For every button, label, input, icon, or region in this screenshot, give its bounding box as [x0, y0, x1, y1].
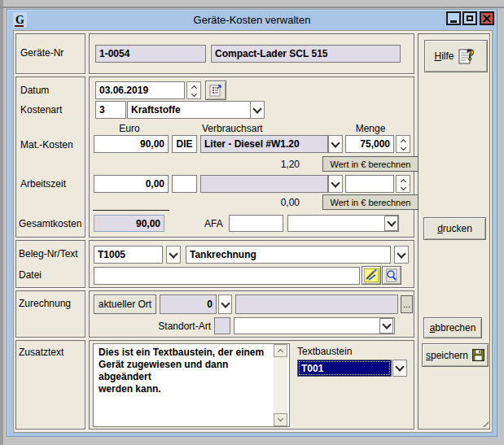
outer-edge — [0, 0, 3, 445]
arbeit-wert-berechnen-button[interactable]: Wert in € berechnen — [322, 194, 419, 210]
afa-dropdown-button[interactable] — [384, 216, 398, 231]
datum-spinner[interactable] — [186, 81, 201, 99]
arbeitszeit-label: Arbeitszeit — [20, 178, 66, 190]
arbeit-menge-field[interactable] — [345, 175, 394, 193]
mat-verbrauchsart-dropdown-button[interactable] — [328, 135, 343, 153]
textbaustein-combo[interactable]: T001 — [297, 360, 392, 377]
arbeit-verbrauchsart-dropdown-button[interactable] — [328, 175, 343, 193]
datum-label: Datum — [20, 85, 49, 96]
zurechnung-label: Zurechnung — [19, 298, 71, 309]
minimize-button[interactable] — [446, 11, 461, 25]
textbaustein-label: Textbaustein — [297, 346, 352, 357]
file-edit-icon — [364, 268, 379, 282]
chevron-up-icon — [278, 348, 283, 354]
textbaustein-dropdown-button[interactable] — [392, 360, 407, 377]
zusatztext-scrollbar[interactable] — [274, 344, 287, 426]
kostenart-code-field[interactable]: 3 — [95, 101, 126, 119]
beleg-text-dropdown-button[interactable] — [394, 246, 409, 264]
zusatztext-label: Zusatztext — [19, 347, 64, 358]
chevron-down-icon — [387, 217, 396, 226]
maximize-icon — [467, 15, 473, 21]
desktop-background: G Geräte-Kosten verwalten Geräte-Nr Datu… — [0, 0, 504, 445]
zurechnung-dropdown-button[interactable] — [218, 294, 232, 314]
hilfe-button[interactable]: Hilfe ? — [424, 40, 488, 72]
standort-dropdown-button[interactable] — [379, 318, 393, 334]
menge-header: Menge — [347, 123, 394, 134]
mat-menge-spinner[interactable] — [396, 135, 410, 153]
minimize-icon — [450, 20, 457, 23]
calendar-icon — [209, 84, 222, 97]
chevron-down-icon — [331, 138, 340, 147]
verbrauchsart-header: Verbrauchsart — [202, 123, 263, 134]
zurechnung-more-button[interactable]: ... — [401, 295, 413, 313]
zurechnung-ort-field — [235, 294, 398, 314]
standort-combo[interactable] — [234, 317, 395, 334]
spinner-down-icon — [191, 91, 196, 97]
geraete-name-field: Compact-Lader SCL 515 — [211, 45, 401, 63]
mat-menge-field[interactable]: 75,000 — [345, 135, 394, 153]
speichern-button[interactable]: speichern — [422, 343, 489, 367]
afa-field[interactable] — [229, 215, 283, 232]
mat-euro-field[interactable]: 90,00 — [94, 135, 169, 153]
dialog-window: G Geräte-Kosten verwalten Geräte-Nr Datu… — [7, 9, 497, 437]
afa-combo[interactable] — [287, 215, 399, 232]
datum-field[interactable]: 03.06.2019 — [95, 81, 185, 99]
zusatztext-textarea[interactable]: Dies ist ein Textbaustein, der einem Ger… — [93, 343, 290, 427]
page-title: Geräte-Kosten verwalten — [7, 14, 497, 26]
save-floppy-icon — [472, 349, 484, 361]
gesamtkosten-field: 90,00 — [94, 215, 164, 232]
mat-code-field[interactable]: DIE — [172, 135, 197, 153]
chevron-down-icon — [397, 249, 405, 258]
dialog-content: Geräte-Nr Datum Kostenart Mat.-Kosten Ar… — [13, 30, 493, 433]
standort-code-field — [214, 317, 230, 334]
arbeit-menge-spinner[interactable] — [396, 175, 410, 193]
kostenart-dropdown-button[interactable] — [250, 101, 265, 119]
chevron-down-icon — [278, 416, 283, 421]
kostenart-label: Kostenart — [20, 104, 62, 116]
outer-edge-line — [0, 7, 504, 8]
chevron-down-icon — [382, 320, 391, 329]
afa-label: AFA — [204, 218, 223, 229]
arbeit-euro-field[interactable]: 0,00 — [94, 175, 169, 193]
scroll-down-button[interactable] — [274, 413, 287, 426]
calendar-button[interactable] — [205, 81, 226, 100]
mat-wert-berechnen-button[interactable]: Wert in € berechnen — [322, 156, 419, 172]
group-box-label-kosten — [15, 76, 85, 238]
beleg-text-field[interactable]: Tankrechnung — [186, 246, 391, 264]
geraete-nr-field: 1-0054 — [95, 45, 206, 63]
magnifier-document-icon — [384, 268, 399, 282]
datei-preview-button[interactable] — [382, 266, 401, 285]
beleg-label: Beleg-Nr/Text — [19, 248, 78, 260]
kostenart-text-field[interactable]: Kraftstoffe — [127, 101, 251, 119]
datei-browse-button[interactable] — [362, 266, 381, 285]
titlebar[interactable]: G Geräte-Kosten verwalten — [7, 10, 497, 30]
abbrechen-button[interactable]: abbrechen — [423, 317, 482, 338]
chevron-down-icon — [252, 104, 261, 113]
arbeit-code-field[interactable] — [172, 175, 197, 193]
drucken-button[interactable]: drucken — [423, 217, 486, 240]
datei-field[interactable] — [94, 267, 360, 285]
aktueller-ort-button[interactable]: aktueller Ort — [94, 294, 156, 314]
standort-art-label: Standort-Art — [144, 321, 211, 332]
spinner-down-icon — [400, 185, 405, 190]
close-button[interactable] — [480, 11, 494, 25]
zurechnung-code-field: 0 — [160, 294, 217, 314]
geraete-nr-label: Geräte-Nr — [20, 47, 64, 59]
chevron-down-icon — [221, 299, 230, 308]
chevron-down-icon — [169, 249, 177, 258]
maximize-button[interactable] — [462, 11, 477, 25]
mat-kosten-label: Mat.-Kosten — [20, 139, 73, 151]
arbeit-summe-value: 0,00 — [245, 197, 300, 208]
help-icon: ? — [458, 46, 478, 67]
beleg-nr-dropdown-button[interactable] — [166, 246, 181, 264]
datei-label: Datei — [19, 269, 42, 281]
scroll-up-button[interactable] — [274, 344, 287, 357]
svg-text:?: ? — [467, 46, 475, 63]
spinner-down-icon — [400, 145, 405, 151]
sum-line — [93, 210, 169, 211]
group-box-label-beleg — [15, 240, 85, 288]
arbeit-verbrauchsart-combo — [200, 175, 328, 193]
mat-verbrauchsart-combo[interactable]: Liter - Diesel #W1.20 — [200, 135, 328, 153]
gesamtkosten-label: Gesamtkosten — [19, 218, 81, 229]
beleg-nr-field[interactable]: T1005 — [94, 246, 163, 264]
